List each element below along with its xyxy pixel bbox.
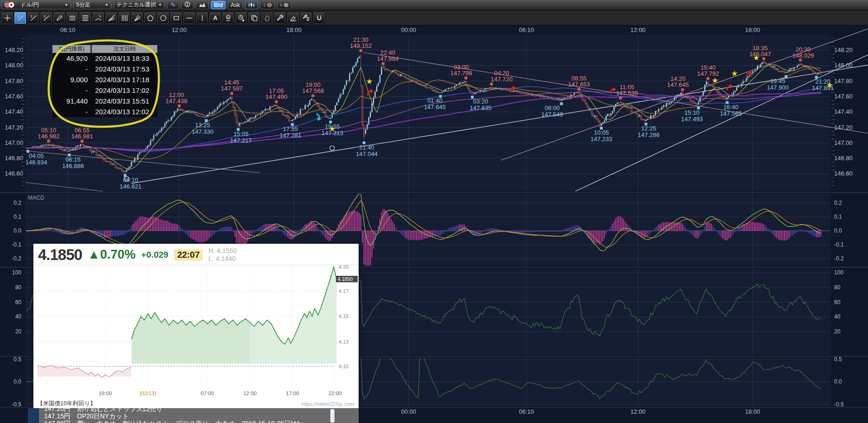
time-axis-label: 00:00 (401, 408, 416, 415)
tool-gann-fan[interactable] (131, 12, 143, 24)
tool-copy[interactable] (248, 12, 260, 24)
tool-horizontal-lines-3[interactable] (66, 12, 78, 24)
low-time-label: 01:40 (427, 97, 443, 104)
timeframe-select[interactable]: 5分足 ▼ (73, 1, 111, 9)
tool-text[interactable]: A (209, 12, 221, 24)
tool-magnet[interactable] (313, 12, 325, 24)
ticker-scrollbar[interactable] (330, 409, 334, 423)
price-axis-label: 147.00 (5, 139, 23, 146)
draw-mode-button[interactable]: ✎ (167, 1, 179, 9)
text-icon: A (212, 14, 219, 22)
info-button[interactable]: ⓘ (181, 1, 193, 9)
order-date-cell: 2024/03/13 17:53 (92, 65, 157, 73)
area-chart-button[interactable] (196, 1, 209, 9)
popup-price: 4.1850 (38, 246, 82, 264)
svg-text:0.0: 0.0 (13, 228, 21, 234)
price-axis-label: 147.20 (5, 124, 23, 131)
fibonacci-arc-icon (95, 14, 102, 22)
tool-wrench[interactable] (274, 12, 286, 24)
tool-rectangle[interactable] (170, 12, 182, 24)
high-price-label: 148.029 (792, 52, 814, 59)
price-axis-label: 146.80 (5, 155, 23, 162)
order-date-cell: 2024/03/13 12:02 (92, 108, 157, 116)
tool-pentagon[interactable] (144, 12, 156, 24)
star-icon[interactable]: ★ (366, 77, 373, 86)
main-toolbar: ドル/円 ▼ 5分足 ▼ テクニカル選択 ▼ ✎ ⓘ Bid Ask (0, 0, 868, 10)
tool-horizontal-lines-4[interactable] (79, 12, 91, 24)
high-price-label: 146.982 (38, 133, 59, 140)
price-axis-label: 148.00 (834, 62, 853, 69)
low-price-label: 147.044 (356, 150, 378, 157)
ask-button[interactable]: Ask (228, 1, 243, 9)
tool-ellipse[interactable] (157, 12, 169, 24)
svg-text:100: 100 (12, 269, 21, 276)
price-axis-label: 147.20 (834, 124, 853, 131)
tool-crosshair[interactable] (1, 12, 13, 24)
low-time-label: 03:20 (473, 98, 489, 105)
high-marker (178, 104, 180, 107)
popup-x-label: [03/13] (140, 390, 156, 396)
tool-vertical-line[interactable] (196, 12, 208, 24)
pair-select[interactable]: ドル/円 ▼ (1, 1, 71, 9)
tool-vertical-lines[interactable] (118, 12, 130, 24)
star-icon[interactable]: ★ (328, 124, 335, 133)
profit-cell: 46,920 (52, 54, 92, 62)
technical-select-button[interactable]: テクニカル選択 ▼ (114, 1, 165, 9)
svg-text:0.5: 0.5 (834, 356, 842, 363)
svg-text:0.0: 0.0 (834, 228, 842, 234)
tool-trendline-3[interactable]: 3 (40, 12, 52, 24)
svg-text:40: 40 (15, 313, 22, 320)
high-marker (619, 97, 622, 99)
time-axis-label: 18:00 (286, 26, 302, 33)
popup-source-link[interactable]: https://nikkei225jp.com/ (302, 401, 355, 407)
bid-button[interactable]: Bid (211, 1, 225, 9)
tool-time-alert[interactable] (235, 12, 247, 24)
price-axis-label: 146.60 (5, 170, 23, 177)
tool-horizontal-line[interactable] (183, 12, 195, 24)
pencil-icon: ✎ (171, 1, 176, 8)
popup-y-label: 4.10 (339, 364, 348, 369)
svg-text:60: 60 (15, 299, 22, 306)
svg-text:3: 3 (44, 14, 45, 18)
star-icon[interactable]: ★ (711, 76, 718, 85)
news-ticker[interactable]: 147.20円 割り込むとストップ大口売り147.15円 OP20日NYカット1… (39, 408, 359, 423)
svg-text:0.0: 0.0 (834, 378, 842, 385)
low-price-label: 147.549 (541, 111, 563, 118)
zoom-out-button[interactable]: ↕ ⊖ (260, 1, 275, 9)
area-chart-icon (199, 2, 206, 7)
svg-text:0.0: 0.0 (13, 378, 21, 385)
star-icon[interactable]: ★ (752, 53, 759, 62)
star-icon[interactable]: ★ (731, 69, 738, 78)
tool-trendline-1[interactable]: 1 (14, 12, 26, 24)
zoom-in-button[interactable]: ↕ ⊕ (277, 1, 291, 9)
tool-pan-hand[interactable] (261, 12, 273, 24)
tool-fan-lines[interactable] (105, 12, 117, 24)
svg-text:A: A (213, 15, 217, 21)
low-marker (560, 102, 563, 105)
popup-y-label: 4.20 (339, 265, 348, 270)
low-time-label: 06:15 (65, 156, 81, 163)
svg-text:4.1850: 4.1850 (338, 276, 353, 282)
low-price-label: 147.565 (720, 110, 742, 117)
table-row: -2024/03/13 17:53 (52, 64, 157, 74)
candle-chart-button[interactable] (245, 1, 258, 9)
price-axis-label: 147.00 (834, 139, 853, 146)
order-date-cell: 2024/03/13 18:33 (92, 54, 157, 62)
high-price-label: 147.984 (377, 55, 399, 62)
us10y-popup[interactable]: 4.1850 ▲0.70% +0.029 22:07 H: 4.1550 L: … (33, 244, 359, 408)
star-icon[interactable]: ★ (826, 81, 833, 90)
tool-fibonacci-arc[interactable] (92, 12, 104, 24)
pentagon-icon (147, 14, 154, 22)
tool-eraser[interactable] (287, 12, 299, 24)
tool-emoji-icon[interactable]: icon (222, 12, 234, 24)
pair-label: ドル/円 (20, 1, 39, 9)
tool-trendline-2[interactable]: 2 (27, 12, 39, 24)
tool-settings-wrench[interactable] (300, 12, 312, 24)
low-time-label: 12:25 (641, 125, 656, 132)
svg-text:0.5: 0.5 (13, 356, 21, 363)
tool-ruler-pencil[interactable] (53, 12, 65, 24)
updown-arrow-icon: ↕ (280, 2, 282, 7)
high-marker (81, 140, 84, 143)
high-marker (707, 77, 709, 80)
time-axis-label: 06:10 (519, 408, 534, 415)
